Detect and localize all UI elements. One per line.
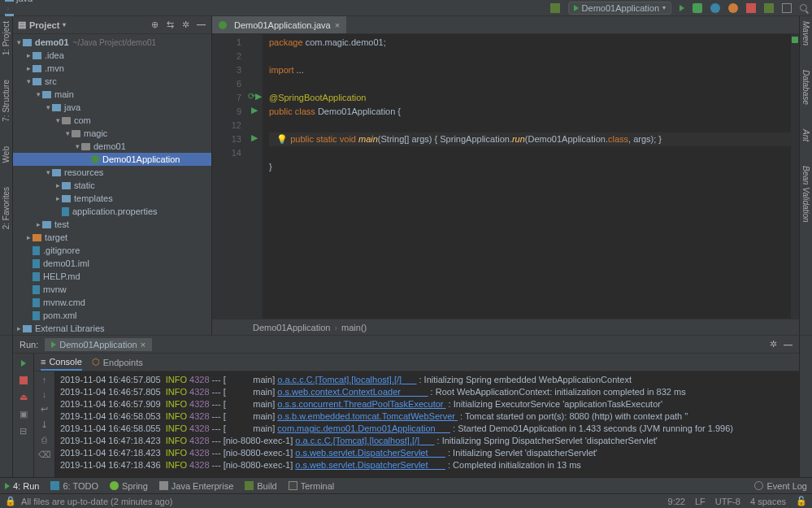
select-opened-icon[interactable]: ⊕ xyxy=(150,20,160,30)
line-separator[interactable]: LF xyxy=(695,497,706,506)
play-icon xyxy=(5,483,10,489)
todo-toolwindow-button[interactable]: 6: TODO xyxy=(50,481,98,491)
stripe-button[interactable]: 7: Structure xyxy=(2,80,11,122)
tree-node[interactable]: ▸External Libraries xyxy=(13,322,211,335)
pin-icon[interactable]: ⊟ xyxy=(17,425,29,437)
tree-node[interactable]: ▾java xyxy=(13,101,211,114)
code-content[interactable]: package com.magic.demo01; import ... @Sp… xyxy=(263,34,799,319)
tree-node[interactable]: Demo01Application xyxy=(13,153,211,166)
indent-settings[interactable]: 4 spaces xyxy=(750,497,786,506)
layout-icon[interactable]: ▣ xyxy=(17,408,29,420)
clear-icon[interactable]: ⌫ xyxy=(38,449,51,460)
tree-node[interactable]: mvnw.cmd xyxy=(13,296,211,309)
file-encoding[interactable]: UTF-8 xyxy=(715,497,740,506)
run-subtabs: ≡Console ⬡Endpoints xyxy=(34,354,799,371)
tree-node[interactable]: ▾demo01 xyxy=(13,140,211,153)
tree-node[interactable]: HELP.md xyxy=(13,270,211,283)
code-editor[interactable]: 123679121314 ⟳▶▶▶ package com.magic.demo… xyxy=(212,34,799,319)
tree-root[interactable]: ▾ demo01 ~/Java Project/demo01 xyxy=(13,36,211,49)
tree-node[interactable]: pom.xml xyxy=(13,309,211,322)
console-output[interactable]: 2019-11-04 16:46:57.805 INFO 4328 --- [ … xyxy=(55,371,799,477)
tree-node[interactable]: ▸.mvn xyxy=(13,62,211,75)
readonly-toggle[interactable]: 🔓 xyxy=(796,496,807,506)
breadcrumb-method[interactable]: main() xyxy=(341,323,367,332)
settings-icon[interactable]: ✲ xyxy=(180,20,191,30)
stripe-button[interactable]: Ant xyxy=(801,129,810,141)
run-toolwindow-button[interactable]: 4: Run xyxy=(5,481,39,491)
stripe-button[interactable]: 1: Project xyxy=(2,21,11,55)
stripe-button[interactable]: Maven xyxy=(801,21,810,46)
tree-node[interactable]: application.properties xyxy=(13,205,211,218)
run-config-selector[interactable]: Demo01Application ▾ xyxy=(568,2,671,15)
exit-icon[interactable]: ⏏ xyxy=(17,391,29,403)
folder-icon xyxy=(23,39,32,46)
scroll-end-icon[interactable]: ⤓ xyxy=(41,419,48,430)
down-icon[interactable]: ↓ xyxy=(42,389,47,399)
cursor-position[interactable]: 9:22 xyxy=(668,497,685,506)
vcs-icon[interactable] xyxy=(764,3,774,13)
tree-node[interactable]: ▾resources xyxy=(13,166,211,179)
tree-node[interactable]: ▾main xyxy=(13,88,211,101)
javaee-toolwindow-button[interactable]: Java Enterprise xyxy=(159,481,233,491)
close-icon[interactable]: × xyxy=(335,20,340,30)
tree-node[interactable]: ▸test xyxy=(13,218,211,231)
editor-breadcrumbs[interactable]: Demo01Application › main() xyxy=(212,319,799,335)
node-label: resources xyxy=(64,167,103,177)
stripe-button[interactable]: Bean Validation xyxy=(801,166,810,223)
project-structure-icon[interactable] xyxy=(782,3,792,13)
tree-node[interactable]: mvnw xyxy=(13,283,211,296)
console-tab[interactable]: ≡Console xyxy=(41,354,82,371)
tree-node[interactable]: demo01.iml xyxy=(13,257,211,270)
tree-node[interactable]: ▸templates xyxy=(13,192,211,205)
endpoints-tab[interactable]: ⬡Endpoints xyxy=(92,354,143,371)
tree-node[interactable]: ▸static xyxy=(13,179,211,192)
error-stripe[interactable] xyxy=(791,34,799,319)
stop-icon[interactable] xyxy=(746,3,756,13)
tree-node[interactable]: ▾com xyxy=(13,114,211,127)
breadcrumb-class[interactable]: Demo01Application xyxy=(253,323,330,332)
gutter-icons[interactable]: ⟳▶▶▶ xyxy=(246,34,263,319)
hide-icon[interactable]: — xyxy=(196,20,206,30)
profile-icon[interactable] xyxy=(728,3,738,13)
tree-node[interactable]: ▾magic xyxy=(13,127,211,140)
tree-node[interactable]: .gitignore xyxy=(13,244,211,257)
terminal-icon xyxy=(289,481,297,490)
search-icon[interactable] xyxy=(800,4,807,11)
tree-node[interactable]: ▸target xyxy=(13,231,211,244)
stripe-button[interactable]: Database xyxy=(801,70,810,105)
breadcrumb-item[interactable]: java xyxy=(5,0,93,3)
settings-icon[interactable]: ✲ xyxy=(770,339,777,350)
stripe-button[interactable]: Web xyxy=(2,146,11,163)
stop-icon[interactable] xyxy=(17,374,29,386)
terminal-toolwindow-button[interactable]: Terminal xyxy=(289,481,335,491)
expand-all-icon[interactable]: ⇆ xyxy=(165,20,176,30)
run-icon[interactable] xyxy=(680,5,684,11)
hide-icon[interactable]: — xyxy=(784,340,792,350)
build-icon[interactable] xyxy=(550,3,560,13)
file-icon xyxy=(33,298,40,307)
project-header: ▤Project ▾ ⊕ ⇆ ✲ — xyxy=(13,16,211,34)
up-icon[interactable]: ↑ xyxy=(42,375,47,384)
debug-icon[interactable] xyxy=(693,3,702,13)
print-icon[interactable]: ⎙ xyxy=(41,435,47,445)
tree-node[interactable]: ▾src xyxy=(13,75,211,88)
project-title: Project xyxy=(29,20,59,30)
hammer-icon xyxy=(245,481,254,490)
spring-toolwindow-button[interactable]: Spring xyxy=(110,481,148,491)
eventlog-toolwindow-button[interactable]: Event Log xyxy=(754,481,807,491)
build-toolwindow-button[interactable]: Build xyxy=(245,481,276,491)
rerun-icon[interactable] xyxy=(17,357,29,369)
soft-wrap-icon[interactable]: ↩ xyxy=(41,404,48,415)
stripe-button[interactable]: 2: Favorites xyxy=(2,187,11,229)
folder-icon xyxy=(52,169,61,176)
status-lock-icon[interactable]: 🔒 xyxy=(5,496,16,506)
run-tab[interactable]: Demo01Application × xyxy=(45,338,152,351)
project-tree[interactable]: ▾ demo01 ~/Java Project/demo01 ▸.idea▸.m… xyxy=(13,34,211,335)
close-icon[interactable]: × xyxy=(141,340,145,350)
chevron-down-icon: ▾ xyxy=(662,4,666,11)
editor-tab[interactable]: Demo01Application.java × xyxy=(212,16,347,33)
console-icon: ≡ xyxy=(41,357,46,367)
navigation-bar: demo01›src›main›java›com›magic›demo01›De… xyxy=(0,0,812,16)
tree-node[interactable]: ▸.idea xyxy=(13,49,211,62)
run-coverage-icon[interactable] xyxy=(710,3,720,13)
